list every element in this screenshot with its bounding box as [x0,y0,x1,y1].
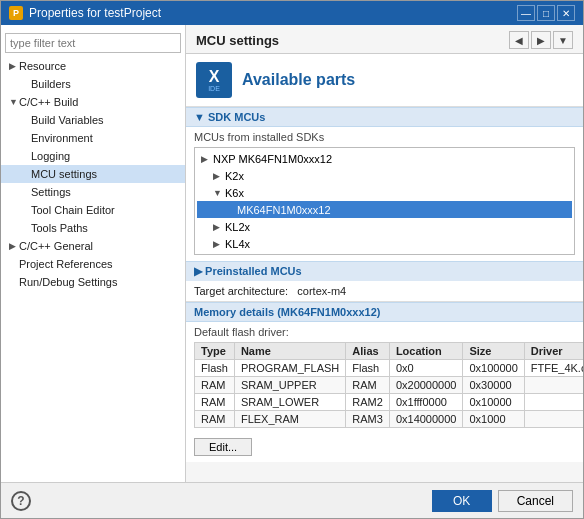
table-cell: RAM [195,411,235,428]
sidebar-item-tool-chain-editor[interactable]: Tool Chain Editor [1,201,185,219]
sidebar-label-tool-chain-editor: Tool Chain Editor [31,204,115,216]
sidebar-label-builders: Builders [31,78,71,90]
mcu-label: KL4x [225,238,250,250]
sdk-mcus-content: MCUs from installed SDKs ▶NXP MK64FN1M0x… [186,127,583,261]
table-cell [524,394,583,411]
mcu-tree-item[interactable]: ▶K2x [197,167,572,184]
panel-scroll[interactable]: X IDE Available parts ▼ SDK MCUs MCUs fr… [186,54,583,482]
sidebar-label-run-debug-settings: Run/Debug Settings [19,276,117,288]
maximize-button[interactable]: □ [537,5,555,21]
sidebar-item-mcu-settings[interactable]: MCU settings [1,165,185,183]
table-cell: 0x10000 [463,394,524,411]
table-row: RAMFLEX_RAMRAM30x140000000x1000 [195,411,584,428]
bottom-bar: ? OK Cancel [1,482,583,518]
mcu-tree-item[interactable]: ▶KL2x [197,218,572,235]
table-cell: Flash [195,360,235,377]
panel-toolbar: ◀ ▶ ▼ [509,31,573,49]
mem-col-header: Type [195,343,235,360]
help-button[interactable]: ? [11,491,31,511]
table-row: FlashPROGRAM_FLASHFlash0x00x100000FTFE_4… [195,360,584,377]
table-cell: SRAM_LOWER [234,394,345,411]
memory-details: Memory details (MK64FN1M0xxx12) Default … [186,302,583,432]
table-cell: 0x100000 [463,360,524,377]
filter-input[interactable] [5,33,181,53]
close-button[interactable]: ✕ [557,5,575,21]
sdk-mcus-section-bar[interactable]: ▼ SDK MCUs [186,107,583,127]
sidebar-item-c-cpp-build[interactable]: ▼C/C++ Build [1,93,185,111]
table-row: RAMSRAM_LOWERRAM20x1fff00000x10000 [195,394,584,411]
memory-content: Default flash driver: TypeNameAliasLocat… [186,322,583,432]
flash-driver-label: Default flash driver: [194,326,575,338]
table-cell: 0x14000000 [389,411,463,428]
mcu-tree-item[interactable]: ▶NXP MK64FN1M0xxx12 [197,150,572,167]
mem-col-header: Location [389,343,463,360]
sidebar-item-run-debug-settings[interactable]: Run/Debug Settings [1,273,185,291]
table-cell: 0x1000 [463,411,524,428]
tree-arrow-resource: ▶ [9,61,19,71]
tree-arrow-c-cpp-build: ▼ [9,97,19,107]
edit-button[interactable]: Edit... [194,438,252,456]
table-cell [524,411,583,428]
x-ide-logo: X IDE [196,62,232,98]
table-cell: RAM3 [346,411,390,428]
mcu-arrow: ▼ [213,188,225,198]
preinstalled-section: ▶ Preinstalled MCUs [186,261,583,281]
cancel-button[interactable]: Cancel [498,490,573,512]
forward-button[interactable]: ▶ [531,31,551,49]
table-cell: FLEX_RAM [234,411,345,428]
table-cell: RAM2 [346,394,390,411]
mcu-tree-item[interactable]: MK64FN1M0xxx12 [197,201,572,218]
mcu-tree: ▶NXP MK64FN1M0xxx12▶K2x▼K6xMK64FN1M0xxx1… [194,147,575,255]
sidebar-item-c-cpp-general[interactable]: ▶C/C++ General [1,237,185,255]
panel-header: MCU settings ◀ ▶ ▼ [186,25,583,54]
title-controls: — □ ✕ [517,5,575,21]
table-cell: Flash [346,360,390,377]
sidebar-item-resource[interactable]: ▶Resource [1,57,185,75]
back-button[interactable]: ◀ [509,31,529,49]
mem-col-header: Name [234,343,345,360]
table-cell [524,377,583,394]
mcu-label: K2x [225,170,244,182]
table-cell: FTFE_4K.cfx [524,360,583,377]
sidebar-item-build-variables[interactable]: Build Variables [1,111,185,129]
mem-col-header: Alias [346,343,390,360]
ok-button[interactable]: OK [432,490,492,512]
mcu-arrow: ▶ [201,154,213,164]
title-bar-left: P Properties for testProject [9,6,161,20]
dropdown-button[interactable]: ▼ [553,31,573,49]
mcu-label: NXP MK64FN1M0xxx12 [213,153,332,165]
sdk-subtitle: MCUs from installed SDKs [194,131,575,143]
preinstalled-bar[interactable]: ▶ Preinstalled MCUs [186,262,583,281]
mem-col-header: Driver [524,343,583,360]
target-arch-label: Target architecture: [194,285,288,297]
sdk-mcus-label: ▼ SDK MCUs [194,111,265,123]
mcu-tree-item[interactable]: ▶KL4x [197,235,572,252]
window-icon: P [9,6,23,20]
right-panel: MCU settings ◀ ▶ ▼ X IDE Available parts [186,25,583,482]
dialog-buttons: OK Cancel [432,490,573,512]
sidebar-label-c-cpp-general: C/C++ General [19,240,93,252]
x-letter: X [209,69,220,85]
minimize-button[interactable]: — [517,5,535,21]
sidebar-label-mcu-settings: MCU settings [31,168,97,180]
sidebar-label-build-variables: Build Variables [31,114,104,126]
sidebar-item-builders[interactable]: Builders [1,75,185,93]
edit-button-row: Edit... [186,432,583,462]
table-cell: 0x30000 [463,377,524,394]
preinstalled-label: ▶ Preinstalled MCUs [194,265,302,278]
table-cell: RAM [346,377,390,394]
sidebar-item-project-references[interactable]: Project References [1,255,185,273]
sidebar-label-resource: Resource [19,60,66,72]
mcu-label: KL2x [225,221,250,233]
target-arch-value: cortex-m4 [297,285,346,297]
sidebar-item-settings[interactable]: Settings [1,183,185,201]
tree-arrow-c-cpp-general: ▶ [9,241,19,251]
sidebar-item-logging[interactable]: Logging [1,147,185,165]
mcu-tree-item[interactable]: ▼K6x [197,184,572,201]
table-cell: 0x0 [389,360,463,377]
sidebar-label-settings: Settings [31,186,71,198]
sidebar-item-environment[interactable]: Environment [1,129,185,147]
sidebar-label-environment: Environment [31,132,93,144]
main-content: ▶ResourceBuilders▼C/C++ BuildBuild Varia… [1,25,583,482]
sidebar-item-tools-paths[interactable]: Tools Paths [1,219,185,237]
